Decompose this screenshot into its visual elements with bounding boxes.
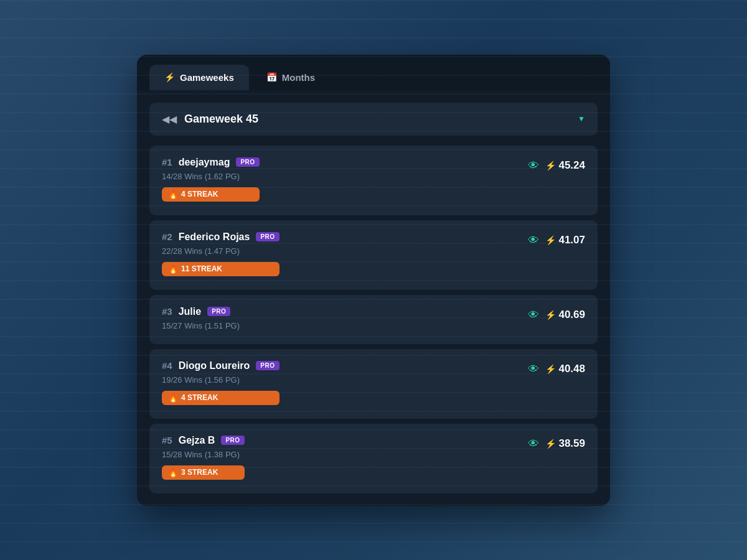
- gameweek-title: Gameweek 45: [184, 113, 258, 126]
- lb-row-1-top: #2 Federico Rojas PRO 22/28 Wins (1.47 P…: [162, 231, 585, 276]
- lb-wins-0: 14/28 Wins (1.62 PG): [162, 172, 260, 181]
- score-value-3: 40.48: [558, 363, 585, 375]
- lb-rank-1: #2: [162, 231, 172, 242]
- lb-score-4: ⚡ 38.59: [545, 437, 585, 450]
- eye-icon-4: 👁: [528, 437, 539, 450]
- lb-row-0-name-row: #1 deejaymag PRO: [162, 157, 260, 168]
- streak-fire-icon-0: 🔥: [168, 190, 178, 199]
- bolt-score-icon-0: ⚡: [545, 161, 556, 170]
- score-value-1: 41.07: [558, 234, 585, 246]
- bolt-score-icon-1: ⚡: [545, 235, 556, 245]
- main-panel: ⚡ Gameweeks 📅 Months ◀◀ Gameweek 45 ▼: [137, 55, 610, 506]
- eye-icon-2: 👁: [528, 309, 539, 322]
- eye-icon-0: 👁: [528, 159, 539, 172]
- lb-row-1-left: #2 Federico Rojas PRO 22/28 Wins (1.47 P…: [162, 231, 280, 276]
- lb-row-4-top: #5 Gejza B PRO 15/28 Wins (1.38 PG) 🔥 3 …: [162, 435, 585, 480]
- lb-row-2-right: 👁 ⚡ 40.69: [528, 309, 585, 322]
- lb-pro-0: PRO: [236, 157, 259, 167]
- lb-name-1: Federico Rojas: [179, 231, 250, 243]
- lb-pro-4: PRO: [221, 436, 244, 445]
- lb-streak-1: 🔥 11 STREAK: [162, 262, 280, 276]
- bolt-score-icon-4: ⚡: [545, 439, 556, 449]
- leaderboard-row-3[interactable]: #4 Diogo Loureiro PRO 19/26 Wins (1.56 P…: [149, 349, 598, 419]
- leaderboard-row-1[interactable]: #2 Federico Rojas PRO 22/28 Wins (1.47 P…: [149, 220, 598, 290]
- lb-row-2-name-row: #3 Julie PRO: [162, 306, 240, 317]
- lb-pro-1: PRO: [256, 232, 279, 241]
- streak-fire-icon-3: 🔥: [168, 393, 178, 403]
- lb-row-1-name-row: #2 Federico Rojas PRO: [162, 231, 280, 243]
- lb-wins-2: 15/27 Wins (1.51 PG): [162, 321, 240, 330]
- gameweek-selector[interactable]: ◀◀ Gameweek 45 ▼: [149, 103, 598, 136]
- leaderboard-row-2[interactable]: #3 Julie PRO 15/27 Wins (1.51 PG) 👁 ⚡ 40…: [149, 295, 598, 344]
- lb-wins-1: 22/28 Wins (1.47 PG): [162, 246, 280, 256]
- streak-fire-icon-1: 🔥: [168, 264, 178, 274]
- lb-rank-0: #1: [162, 157, 172, 167]
- lb-row-0-top: #1 deejaymag PRO 14/28 Wins (1.62 PG) 🔥 …: [162, 157, 585, 202]
- lb-row-3-name-row: #4 Diogo Loureiro PRO: [162, 360, 280, 371]
- calendar-tab-icon: 📅: [266, 72, 277, 82]
- lb-score-2: ⚡ 40.69: [545, 309, 585, 321]
- lb-streak-0: 🔥 4 STREAK: [162, 187, 260, 202]
- lb-streak-3: 🔥 4 STREAK: [162, 391, 280, 405]
- lb-rank-3: #4: [162, 360, 172, 371]
- score-value-4: 38.59: [558, 437, 585, 450]
- lb-wins-3: 19/26 Wins (1.56 PG): [162, 375, 280, 385]
- lb-row-4-name-row: #5 Gejza B PRO: [162, 435, 245, 446]
- lb-row-0-right: 👁 ⚡ 45.24: [528, 159, 585, 172]
- content-area: ◀◀ Gameweek 45 ▼ #1 deejaymag PRO 14/28 …: [137, 90, 610, 506]
- lb-name-3: Diogo Loureiro: [179, 360, 250, 371]
- lb-rank-2: #3: [162, 306, 172, 317]
- tab-months[interactable]: 📅 Months: [251, 65, 330, 90]
- lb-rank-4: #5: [162, 435, 172, 446]
- streak-fire-icon-4: 🔥: [168, 468, 178, 477]
- leaderboard-list: #1 deejaymag PRO 14/28 Wins (1.62 PG) 🔥 …: [149, 146, 598, 493]
- leaderboard-row-0[interactable]: #1 deejaymag PRO 14/28 Wins (1.62 PG) 🔥 …: [149, 146, 598, 215]
- streak-text-0: 4 STREAK: [181, 190, 218, 198]
- lb-wins-4: 15/28 Wins (1.38 PG): [162, 450, 245, 459]
- back-icon: ◀◀: [162, 113, 177, 125]
- lb-score-3: ⚡ 40.48: [545, 363, 585, 375]
- lb-row-3-right: 👁 ⚡ 40.48: [528, 363, 585, 376]
- lb-row-2-top: #3 Julie PRO 15/27 Wins (1.51 PG) 👁 ⚡ 40…: [162, 306, 585, 330]
- lb-name-0: deejaymag: [179, 157, 230, 168]
- tab-months-label: Months: [282, 72, 315, 83]
- lb-score-0: ⚡ 45.24: [545, 159, 585, 172]
- tab-gameweeks[interactable]: ⚡ Gameweeks: [149, 65, 249, 90]
- streak-text-3: 4 STREAK: [181, 393, 218, 402]
- lb-pro-3: PRO: [256, 361, 279, 370]
- bolt-score-icon-2: ⚡: [545, 310, 556, 320]
- gw-selector-left: ◀◀ Gameweek 45: [162, 113, 258, 126]
- lb-streak-4: 🔥 3 STREAK: [162, 465, 245, 480]
- lb-score-1: ⚡ 41.07: [545, 234, 585, 246]
- eye-icon-1: 👁: [528, 234, 539, 247]
- bolt-score-icon-3: ⚡: [545, 364, 556, 374]
- lb-row-1-right: 👁 ⚡ 41.07: [528, 234, 585, 247]
- streak-text-4: 3 STREAK: [181, 468, 218, 477]
- lb-row-3-left: #4 Diogo Loureiro PRO 19/26 Wins (1.56 P…: [162, 360, 280, 405]
- dropdown-icon: ▼: [578, 114, 585, 123]
- lb-name-2: Julie: [179, 306, 201, 317]
- lb-row-2-left: #3 Julie PRO 15/27 Wins (1.51 PG): [162, 306, 240, 330]
- lb-row-3-top: #4 Diogo Loureiro PRO 19/26 Wins (1.56 P…: [162, 360, 585, 405]
- lb-row-4-left: #5 Gejza B PRO 15/28 Wins (1.38 PG) 🔥 3 …: [162, 435, 245, 480]
- tab-gameweeks-label: Gameweeks: [180, 72, 234, 83]
- eye-icon-3: 👁: [528, 363, 539, 376]
- lb-pro-2: PRO: [207, 307, 230, 316]
- streak-text-1: 11 STREAK: [181, 264, 222, 273]
- lb-name-4: Gejza B: [179, 435, 215, 446]
- bolt-tab-icon: ⚡: [164, 72, 175, 82]
- score-value-0: 45.24: [558, 159, 585, 172]
- leaderboard-row-4[interactable]: #5 Gejza B PRO 15/28 Wins (1.38 PG) 🔥 3 …: [149, 424, 598, 493]
- lb-row-0-left: #1 deejaymag PRO 14/28 Wins (1.62 PG) 🔥 …: [162, 157, 260, 202]
- tab-bar: ⚡ Gameweeks 📅 Months: [137, 55, 610, 90]
- lb-row-4-right: 👁 ⚡ 38.59: [528, 437, 585, 450]
- score-value-2: 40.69: [558, 309, 585, 321]
